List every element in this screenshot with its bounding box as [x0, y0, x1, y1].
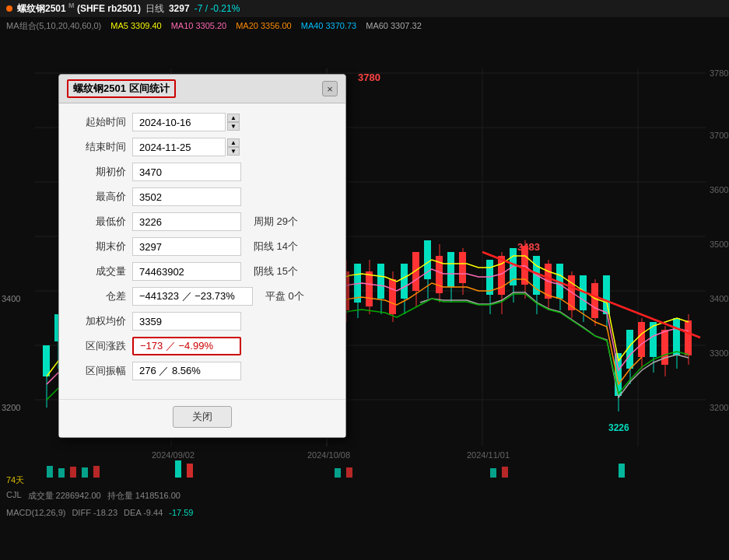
value-high-price: 3502: [132, 187, 241, 206]
ma5-value: 3309.40: [131, 21, 162, 30]
label-low-price: 最低价: [72, 215, 126, 229]
end-time-spinner[interactable]: ▲ ▼: [227, 138, 240, 156]
row-low-price: 最低价 3226 周期 29个: [72, 212, 333, 231]
price-display: 3297: [169, 3, 190, 14]
diff-value: DIFF -18.23: [72, 508, 117, 517]
macd-value: -17.59: [169, 508, 193, 517]
start-time-spinner[interactable]: ▲ ▼: [227, 114, 240, 131]
svg-rect-132: [187, 464, 193, 478]
label-close-price: 期末价: [72, 240, 126, 254]
svg-text:3400: 3400: [2, 294, 20, 303]
svg-rect-72: [389, 279, 396, 314]
svg-text:3226: 3226: [608, 422, 629, 433]
ma-group-label[interactable]: MA组合(5,10,20,40,60,0): [6, 20, 101, 32]
value-cang-cha: −441323 ／ −23.73%: [132, 287, 253, 306]
end-time-up[interactable]: ▲: [227, 138, 240, 147]
row-volume: 成交量 74463902 阴线 15个: [72, 262, 333, 281]
ping-pan-label: 平盘 0个: [265, 289, 304, 303]
label-start-time: 起始时间: [72, 115, 126, 129]
svg-rect-134: [346, 467, 352, 478]
svg-rect-127: [58, 468, 65, 478]
svg-rect-68: [366, 271, 373, 306]
svg-text:3700: 3700: [710, 131, 728, 140]
svg-text:3200: 3200: [710, 403, 728, 412]
svg-rect-137: [619, 464, 625, 478]
svg-rect-136: [502, 467, 508, 478]
svg-rect-131: [175, 460, 181, 478]
close-dialog-button[interactable]: 关闭: [173, 406, 232, 428]
symbol-title: 螺纹钢2501 M (SHFE rb2501): [17, 2, 141, 16]
value-price-change: −173 ／ −4.99%: [132, 337, 241, 355]
start-time-down[interactable]: ▼: [227, 122, 240, 131]
dialog-title: 螺纹钢2501 区间统计: [67, 79, 176, 98]
start-time-input[interactable]: [132, 113, 226, 131]
ma20-label: MA20: [236, 21, 258, 30]
svg-text:3500: 3500: [710, 240, 728, 249]
svg-text:2024/10/08: 2024/10/08: [307, 450, 350, 460]
svg-rect-84: [459, 252, 466, 283]
dea-value: DEA -9.44: [124, 508, 163, 517]
dialog-body: 起始时间 ▲ ▼ 结束时间 ▲ ▼: [59, 103, 345, 399]
change-display: -7 / -0.21%: [195, 3, 240, 14]
ma20-value: 3356.00: [261, 21, 292, 30]
ma10-label: MA10: [171, 21, 194, 30]
ma60-value: 3307.32: [391, 21, 422, 30]
row-avg-price: 加权均价 3359: [72, 312, 333, 331]
svg-text:3400: 3400: [710, 294, 728, 303]
svg-rect-82: [447, 252, 454, 287]
svg-text:2024/09/02: 2024/09/02: [152, 450, 195, 460]
svg-text:3600: 3600: [710, 185, 728, 194]
label-avg-price: 加权均价: [72, 314, 126, 328]
svg-rect-135: [490, 468, 496, 478]
row-open-price: 期初价 3470: [72, 163, 333, 181]
row-start-time: 起始时间 ▲ ▼: [72, 113, 333, 131]
dialog-footer: 关闭: [59, 399, 345, 437]
svg-rect-106: [603, 275, 610, 314]
ma5-label: MA5: [110, 21, 128, 30]
days-count-label: 74天: [6, 474, 24, 486]
svg-rect-133: [335, 468, 341, 478]
value-avg-price: 3359: [132, 312, 241, 331]
row-cang-cha: 仓差 −441323 ／ −23.73% 平盘 0个: [72, 287, 333, 306]
yang-xian-label: 阳线 14个: [254, 240, 298, 254]
start-time-up[interactable]: ▲: [227, 114, 240, 122]
title-dot: [6, 5, 12, 12]
svg-text:3780: 3780: [358, 72, 380, 83]
value-low-price: 3226: [132, 212, 241, 231]
ma-bar: MA组合(5,10,20,40,60,0) MA5 3309.40 MA10 3…: [0, 17, 729, 34]
end-time-input[interactable]: [132, 138, 226, 156]
svg-rect-104: [591, 283, 598, 318]
row-close-price: 期末价 3297 阳线 14个: [72, 237, 333, 256]
row-price-change: 区间涨跌 −173 ／ −4.99%: [72, 337, 333, 355]
svg-text:3780: 3780: [710, 68, 728, 78]
svg-text:3300: 3300: [710, 348, 728, 358]
svg-text:3483: 3483: [517, 241, 540, 253]
label-end-time: 结束时间: [72, 140, 126, 154]
timeframe-label[interactable]: 日线: [145, 2, 164, 16]
dialog-titlebar: 螺纹钢2501 区间统计 ×: [59, 75, 345, 103]
ma40-label: MA40: [301, 21, 324, 30]
svg-rect-74: [401, 264, 408, 299]
zhou-qi-label: 周期 29个: [254, 215, 298, 229]
volume-value: 成交量 2286942.00: [28, 490, 101, 502]
value-amplitude: 276 ／ 8.56%: [132, 362, 241, 380]
svg-rect-126: [47, 466, 53, 478]
svg-text:3200: 3200: [2, 403, 20, 412]
row-amplitude: 区间振幅 276 ／ 8.56%: [72, 362, 333, 380]
close-x-button[interactable]: ×: [322, 81, 338, 96]
macd-label: MACD(12,26,9): [6, 508, 65, 517]
svg-line-122: [482, 252, 700, 338]
end-time-down[interactable]: ▼: [227, 147, 240, 156]
cjl-label: CJL: [6, 490, 22, 502]
label-amplitude: 区间振幅: [72, 364, 126, 378]
row-high-price: 最高价 3502: [72, 187, 333, 206]
label-cang-cha: 仓差: [72, 289, 126, 303]
svg-rect-21: [43, 345, 50, 376]
value-close-price: 3297: [132, 237, 241, 256]
hold-value: 持仓量 1418516.00: [107, 490, 180, 502]
svg-text:2024/11/01: 2024/11/01: [467, 450, 510, 460]
ma10-value: 3305.20: [195, 21, 226, 30]
label-open-price: 期初价: [72, 165, 126, 179]
value-volume: 74463902: [132, 262, 241, 281]
svg-rect-129: [82, 467, 88, 478]
